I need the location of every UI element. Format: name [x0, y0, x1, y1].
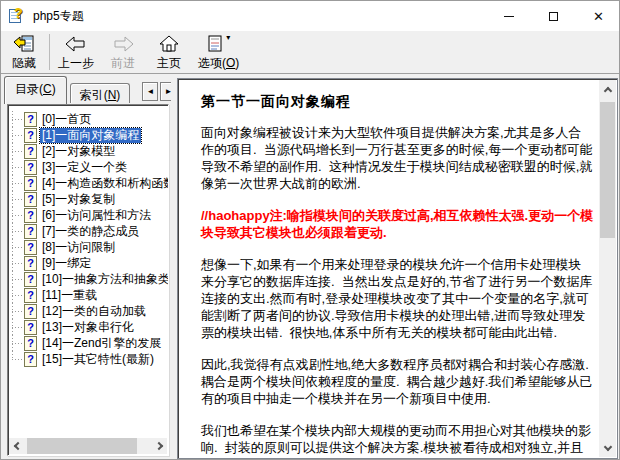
- help-topic-icon: ?: [24, 144, 37, 159]
- tree-item-10[interactable]: ?[10]一抽象方法和抽象类: [10, 271, 166, 287]
- chevron-up-icon: [603, 86, 611, 94]
- tree-connector: [10, 335, 24, 351]
- tree-item-label-selected: [1]一面向对象编程: [40, 128, 141, 143]
- tree-connector: [10, 175, 24, 191]
- help-topic-icon: ?: [24, 304, 37, 319]
- nav-tabs: 目录(C) 索引(N) ◄ ►: [4, 80, 176, 103]
- hide-button-label: 隐藏: [12, 55, 36, 72]
- titlebar: ? php5专题 ✕: [1, 1, 620, 31]
- tree-item-0[interactable]: ?[0]一首页: [10, 111, 166, 127]
- tree-connector: [10, 223, 24, 239]
- topic-paragraph: 面向对象编程被设计来为大型软件项目提供解决方案,尤其是多人合作的项目. 当源代码…: [201, 124, 594, 192]
- tree-connector: [10, 319, 24, 335]
- help-topic-icon: ?: [24, 112, 37, 127]
- tree-item-label: [14]一Zend引擎的发展: [40, 336, 163, 351]
- tree-item-4[interactable]: ?[4]一构造函数和析构函数: [10, 175, 166, 191]
- hide-button[interactable]: 隐藏: [1, 31, 47, 73]
- topic-paragraph: 想像一下,如果有一个用来处理登录的模块允许一个信用卡处理模块来分享它的数据库连接…: [201, 256, 594, 341]
- maximize-button[interactable]: [531, 1, 576, 31]
- tree-item-label: [11]一重载: [40, 288, 99, 303]
- tab-scroll-left-button[interactable]: ◄: [142, 82, 158, 101]
- tree-connector: [10, 191, 24, 207]
- home-button-label: 主页: [157, 55, 181, 72]
- tree-item-8[interactable]: ?[8]一访问限制: [10, 239, 166, 255]
- tree-item-13[interactable]: ?[13]一对象串行化: [10, 319, 166, 335]
- forward-arrow-icon: [112, 33, 134, 55]
- help-viewer-window: { "window": { "title": "php5专题", "close_…: [0, 0, 620, 460]
- tree-item-12[interactable]: ?[12]一类的自动加载: [10, 303, 166, 319]
- tree-item-5[interactable]: ?[5]一对象复制: [10, 191, 166, 207]
- help-topic-icon: ?: [24, 224, 37, 239]
- help-topic-icon: ?: [24, 176, 37, 191]
- content-vertical-scrollbar[interactable]: [599, 80, 616, 457]
- help-topic-icon: ?: [24, 192, 37, 207]
- tree-connector: [10, 159, 24, 175]
- help-topic-icon: ?: [24, 240, 37, 255]
- tree-item-label: [6]一访问属性和方法: [40, 208, 153, 223]
- left-triangle-icon: ◄: [146, 87, 154, 96]
- tree-item-11[interactable]: ?[11]一重载: [10, 287, 166, 303]
- options-button[interactable]: ▾ 选项(O): [192, 31, 245, 73]
- options-button-label: 选项(O): [198, 55, 239, 72]
- close-icon: ✕: [593, 9, 604, 24]
- tree-connector: [10, 143, 24, 159]
- help-topic-icon: ?: [24, 336, 37, 351]
- chevron-left-icon: [13, 442, 21, 450]
- help-topic-icon: ?: [24, 128, 37, 143]
- tree-connector: [10, 207, 24, 223]
- tree-connector: [10, 111, 24, 127]
- tree-connector: [10, 127, 24, 143]
- tree-item-15[interactable]: ?[15]一其它特性(最新): [10, 351, 166, 367]
- minimize-icon: [504, 16, 514, 17]
- forward-button-label: 前进: [111, 55, 135, 72]
- help-topic-icon: ?: [24, 272, 37, 287]
- tab-index[interactable]: 索引(N): [70, 83, 131, 103]
- topic-tree: ?[0]一首页 ?[1]一面向对象编程 ?[2]一对象模型 ?[3]一定义一个类…: [10, 111, 166, 367]
- tree-scrollbar-thumb[interactable]: [27, 438, 137, 454]
- tree-horizontal-scrollbar[interactable]: [9, 438, 167, 454]
- chm-app-icon: ?: [9, 8, 25, 24]
- topic-note-red: //haohappy注:喻指模块间的关联度过高,相互依赖性太强.更动一个模块导致…: [201, 207, 594, 241]
- options-dropdown-caret: ▾: [226, 33, 230, 42]
- home-icon: [159, 33, 179, 55]
- scroll-right-arrow[interactable]: [150, 438, 167, 454]
- tab-contents[interactable]: 目录(C): [4, 76, 67, 104]
- close-button[interactable]: ✕: [576, 1, 620, 31]
- tree-item-7[interactable]: ?[7]一类的静态成员: [10, 223, 166, 239]
- tree-item-1[interactable]: ?[1]一面向对象编程: [10, 127, 166, 143]
- tree-connector: [10, 271, 24, 287]
- back-button[interactable]: 上一步: [52, 31, 100, 73]
- tree-connector: [10, 303, 24, 319]
- forward-button[interactable]: 前进: [100, 31, 146, 73]
- help-topic-icon: ?: [24, 208, 37, 223]
- tree-item-2[interactable]: ?[2]一对象模型: [10, 143, 166, 159]
- contents-tree-panel: ?[0]一首页 ?[1]一面向对象编程 ?[2]一对象模型 ?[3]一定义一个类…: [7, 104, 169, 456]
- tree-item-14[interactable]: ?[14]一Zend引擎的发展: [10, 335, 166, 351]
- tree-item-label: [15]一其它特性(最新): [40, 352, 156, 367]
- tree-item-3[interactable]: ?[3]一定义一个类: [10, 159, 166, 175]
- tree-item-label: [7]一类的静态成员: [40, 224, 141, 239]
- toolbar: 隐藏 上一步 前进 主页: [1, 31, 620, 74]
- topic-paragraph: 因此,我觉得有点戏剧性地,绝大多数程序员都对耦合和封装心存感激. 耦合是两个模块…: [201, 356, 594, 407]
- tree-item-label: [3]一定义一个类: [40, 160, 129, 175]
- tree-item-6[interactable]: ?[6]一访问属性和方法: [10, 207, 166, 223]
- scroll-left-arrow[interactable]: [9, 438, 26, 454]
- content-scrollbar-thumb[interactable]: [600, 102, 615, 238]
- tree-item-label: [2]一对象模型: [40, 144, 117, 159]
- scroll-up-arrow[interactable]: [599, 82, 616, 99]
- help-topic-icon: ?: [24, 320, 37, 335]
- help-topic-icon: ?: [24, 352, 37, 367]
- topic-content-pane: 第一节一面向对象编程 面向对象编程被设计来为大型软件项目提供解决方案,尤其是多人…: [177, 78, 618, 459]
- back-arrow-icon: [65, 33, 87, 55]
- window-title: php5专题: [33, 8, 84, 25]
- scroll-down-arrow[interactable]: [599, 438, 616, 455]
- tree-item-label: [9]一绑定: [40, 256, 93, 271]
- home-button[interactable]: 主页: [146, 31, 192, 73]
- topic-title: 第一节一面向对象编程: [201, 93, 594, 110]
- help-topic-icon: ?: [24, 256, 37, 271]
- tree-item-label: [10]一抽象方法和抽象类: [40, 272, 169, 287]
- minimize-button[interactable]: [486, 1, 531, 31]
- topic-document: 第一节一面向对象编程 面向对象编程被设计来为大型软件项目提供解决方案,尤其是多人…: [180, 81, 598, 456]
- tree-connector: [10, 351, 24, 367]
- tree-item-9[interactable]: ?[9]一绑定: [10, 255, 166, 271]
